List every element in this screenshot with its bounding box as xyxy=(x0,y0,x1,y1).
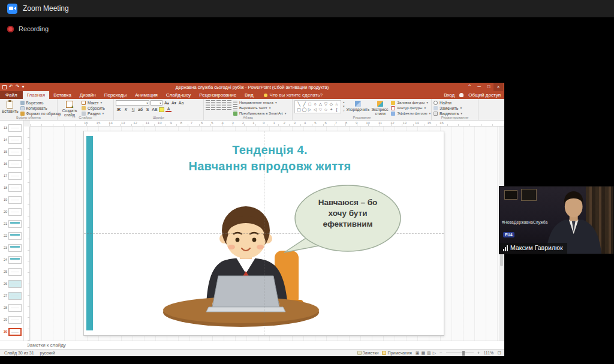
save-icon[interactable] xyxy=(2,85,7,89)
comments-toggle[interactable]: Примечания xyxy=(382,351,411,355)
strikethrough-button[interactable]: аб xyxy=(137,107,143,112)
ribbon-tab[interactable]: Вставка xyxy=(49,91,76,99)
close-button[interactable]: × xyxy=(493,83,503,91)
highlight-color-button[interactable] xyxy=(159,107,164,112)
redo-icon[interactable]: ↷ xyxy=(16,85,20,89)
align-center-icon[interactable] xyxy=(211,106,215,110)
bullets-icon[interactable] xyxy=(206,100,210,104)
qat-dropdown-icon[interactable]: ▾ xyxy=(22,85,24,89)
zoom-level[interactable]: 111% xyxy=(483,351,493,355)
slide-thumbnail[interactable]: 28 xyxy=(0,302,23,314)
speech-bubble[interactable]: Навчаюся – бо хочу бути ефективним xyxy=(288,184,402,255)
ribbon-tab[interactable]: Главная xyxy=(23,91,49,99)
font-color-button[interactable]: А xyxy=(165,107,171,112)
text-direction-button[interactable]: Направление текста▾ xyxy=(233,100,287,105)
ribbon-tab[interactable]: Слайд-шоу xyxy=(162,91,195,99)
notes-panel[interactable]: Заметки к слайду xyxy=(0,341,504,349)
indent-increase-icon[interactable] xyxy=(222,100,226,104)
slide-thumbnail[interactable]: 15 xyxy=(0,146,23,158)
restore-button[interactable]: □ xyxy=(484,83,493,91)
slide-thumbnail[interactable]: 30 xyxy=(0,326,23,338)
slide-thumbnail[interactable]: 14 xyxy=(0,134,23,146)
new-slide-button[interactable]: Создать слайд xyxy=(59,100,80,117)
find-button[interactable]: Найти xyxy=(434,100,476,105)
slide-canvas[interactable]: Тенденція 4. Навчання впродовж життя xyxy=(30,127,504,341)
slide-title[interactable]: Тенденція 4. Навчання впродовж життя xyxy=(102,142,438,175)
ribbon-tab[interactable]: Вид xyxy=(240,91,257,99)
slide-thumbnail[interactable]: 16 xyxy=(0,158,23,170)
layout-button[interactable]: Макет▾ xyxy=(82,100,105,105)
slide-thumbnail[interactable]: 23 xyxy=(0,242,23,254)
section-button[interactable]: Раздел▾ xyxy=(82,111,105,116)
columns-icon[interactable] xyxy=(227,106,231,110)
participant-video[interactable]: #НоваДержавнаСлужба EU4 Максим Гаврилюк xyxy=(499,186,614,254)
line-spacing-icon[interactable] xyxy=(227,100,231,104)
quick-styles-button[interactable]: Экспресс-стили xyxy=(371,100,389,116)
share-button[interactable]: Общий доступ xyxy=(468,92,501,98)
cut-button[interactable]: Вырезать xyxy=(20,100,61,105)
arrange-button[interactable]: Упорядочить xyxy=(347,100,370,112)
slide-thumbnail[interactable]: 18 xyxy=(0,182,23,194)
slide-thumbnail[interactable]: 24 xyxy=(0,254,23,266)
slide-thumbnail[interactable]: 22 xyxy=(0,230,23,242)
slide-thumbnail[interactable]: 19 xyxy=(0,194,23,206)
current-slide[interactable]: Тенденція 4. Навчання впродовж життя xyxy=(84,131,444,335)
increase-font-icon[interactable]: А▴ xyxy=(164,100,170,106)
zoom-out-button[interactable]: − xyxy=(440,351,443,356)
slide-thumbnail[interactable]: 21 xyxy=(0,218,23,230)
underline-button[interactable]: Ч xyxy=(130,107,136,112)
ribbon-tab[interactable]: Рецензирование xyxy=(195,91,240,99)
align-right-icon[interactable] xyxy=(216,106,221,110)
slide-thumbnail[interactable]: 13 xyxy=(0,122,23,134)
ribbon-tab[interactable]: Дизайн xyxy=(76,91,100,99)
slide-thumbnail[interactable]: 26 xyxy=(0,278,23,290)
language-indicator[interactable]: русский xyxy=(40,351,55,355)
character-spacing-button[interactable]: АВ xyxy=(152,107,158,112)
notes-toggle[interactable]: Заметки xyxy=(357,351,379,355)
slide-sorter-view-icon[interactable]: ▦ xyxy=(421,351,425,356)
replace-button[interactable]: Заменить▾ xyxy=(434,106,476,110)
change-case-icon[interactable]: Аа xyxy=(178,100,184,106)
ribbon-tab[interactable]: Анимация xyxy=(131,91,162,99)
text-shadow-button[interactable]: S xyxy=(145,107,151,112)
decrease-font-icon[interactable]: А▾ xyxy=(171,100,177,106)
select-button[interactable]: Выделить▾ xyxy=(434,111,476,116)
slide-thumbnail[interactable]: 27 xyxy=(0,290,23,302)
ribbon-tab[interactable]: Переходы xyxy=(100,91,131,99)
ribbon-options-button[interactable]: ⌃ xyxy=(465,83,474,91)
align-left-icon[interactable] xyxy=(206,106,210,110)
minimize-button[interactable]: ─ xyxy=(474,83,484,91)
shape-outline-button[interactable]: Контур фигуры▾ xyxy=(391,106,431,110)
format-painter-button[interactable]: Формат по образцу xyxy=(20,111,61,116)
normal-view-icon[interactable]: ▣ xyxy=(416,351,420,356)
reset-button[interactable]: Сбросить xyxy=(82,106,105,110)
tab-file[interactable]: Файл xyxy=(0,91,23,99)
reading-view-icon[interactable]: ▥ xyxy=(427,351,431,356)
slide-thumbnail[interactable]: 29 xyxy=(0,314,23,326)
indent-decrease-icon[interactable] xyxy=(216,100,221,104)
justify-icon[interactable] xyxy=(222,106,226,110)
align-text-button[interactable]: Выровнять текст▾ xyxy=(233,106,287,110)
copy-button[interactable]: Копировать xyxy=(20,106,61,110)
convert-smartart-button[interactable]: Преобразовать в SmartArt▾ xyxy=(233,111,287,116)
slide-thumbnail[interactable]: 17 xyxy=(0,170,23,182)
paste-button[interactable]: Вставить xyxy=(2,100,19,113)
font-size-select[interactable]: ▾ xyxy=(151,100,162,106)
shapes-scroll[interactable]: ▴▾▿ xyxy=(343,100,345,112)
slideshow-view-icon[interactable]: ▷ xyxy=(433,351,436,356)
fit-to-window-icon[interactable]: ⊡ xyxy=(497,351,501,356)
slide-accent-bar[interactable] xyxy=(86,136,93,330)
shape-effects-button[interactable]: Эффекты фигуры▾ xyxy=(391,111,431,116)
bold-button[interactable]: Ж xyxy=(116,107,122,112)
slide-thumbnail[interactable]: 20 xyxy=(0,206,23,218)
slide-thumbnail[interactable]: 25 xyxy=(0,266,23,278)
sign-in-button[interactable]: Вход xyxy=(444,92,455,98)
numbering-icon[interactable] xyxy=(211,100,215,104)
shapes-gallery[interactable]: ╲╱□○△▽◇☆ ▢◯▷◁♡☆+{ xyxy=(294,100,341,113)
tell-me-search[interactable]: Что вы хотите сделать? xyxy=(264,91,323,99)
shape-fill-button[interactable]: Заливка фигуры▾ xyxy=(391,100,431,105)
italic-button[interactable]: К xyxy=(123,107,129,112)
font-name-select[interactable]: ▾ xyxy=(116,100,149,106)
zoom-in-button[interactable]: + xyxy=(477,351,480,356)
undo-icon[interactable]: ↶ xyxy=(9,85,13,89)
